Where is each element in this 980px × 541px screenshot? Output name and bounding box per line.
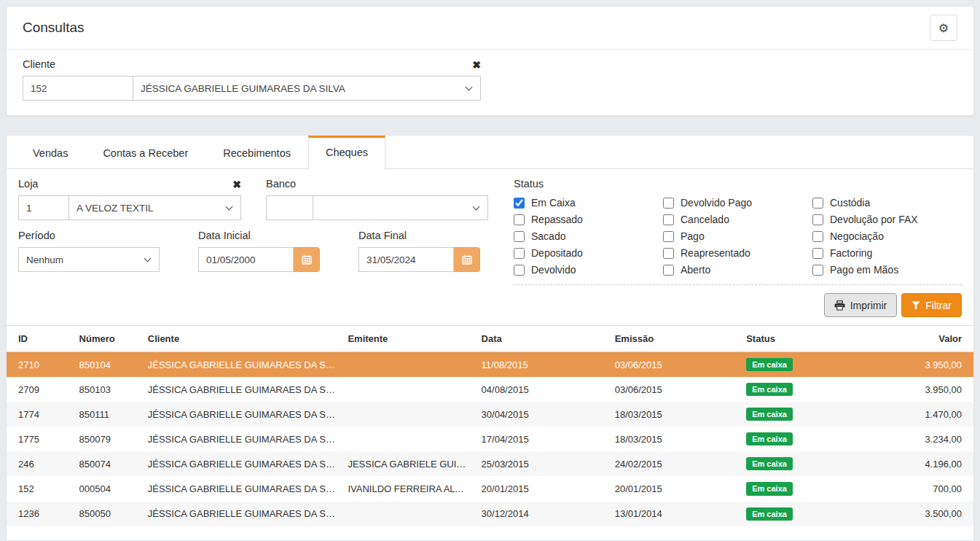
status-option-label: Reapresentado — [681, 247, 750, 259]
cell-numero: 000504 — [74, 476, 142, 501]
checkbox-devolucao-por-fax[interactable] — [812, 214, 823, 225]
status-option-reapresentado[interactable]: Reapresentado — [663, 247, 812, 259]
status-option-label: Repassado — [531, 214, 583, 225]
cliente-clear-icon[interactable]: ✖ — [472, 60, 481, 70]
cliente-label: Cliente — [23, 58, 55, 70]
checkbox-custodia[interactable] — [812, 198, 823, 209]
cell-emissao: 18/03/2015 — [609, 402, 740, 427]
cell-id: 1236 — [7, 502, 74, 526]
loja-label: Loja — [18, 178, 38, 190]
status-option-devolvido-pago[interactable]: Devolvido Pago — [663, 197, 812, 209]
table-row[interactable]: 1775850079JÉSSICA GABRIELLE GUIMARAES DA… — [7, 427, 973, 451]
data-final-calendar-button[interactable] — [454, 247, 480, 272]
table-header-row: IDNúmeroClienteEmitenteDataEmissãoStatus… — [7, 326, 973, 352]
status-badge: Em caixa — [746, 383, 793, 396]
checkbox-repassado[interactable] — [514, 214, 525, 225]
checkbox-cancelado[interactable] — [663, 214, 674, 225]
cell-valor: 1.470,00 — [868, 402, 973, 427]
tab-vendas[interactable]: Vendas — [15, 136, 85, 169]
banco-name-select[interactable] — [313, 195, 488, 220]
tab-cheques[interactable]: Cheques — [308, 136, 385, 169]
cell-status: Em caixa — [740, 402, 868, 427]
cell-valor: 700,00 — [868, 476, 973, 501]
cell-valor: 3.950,00 — [868, 352, 973, 378]
cell-numero: 850079 — [74, 427, 142, 451]
column-header-id: ID — [7, 326, 74, 352]
gear-icon: ⚙ — [938, 21, 949, 35]
checkbox-devolvido-pago[interactable] — [663, 198, 674, 209]
status-option-label: Pago em Mãos — [830, 264, 898, 276]
status-option-em-caixa[interactable]: Em Caixa — [514, 197, 663, 209]
loja-fieldset: Loja ✖ A VELOZ TEXTIL — [18, 178, 241, 220]
cell-numero: 850111 — [74, 402, 142, 427]
checkbox-reapresentado[interactable] — [663, 248, 674, 259]
data-inicial-input[interactable] — [198, 247, 294, 272]
status-option-label: Devolução por FAX — [830, 214, 918, 225]
filtrar-button[interactable]: Filtrar — [901, 293, 962, 317]
cliente-code-input[interactable] — [23, 76, 133, 101]
banco-fieldset: Banco — [266, 178, 488, 220]
checkbox-em-caixa[interactable] — [514, 198, 525, 209]
status-option-label: Devolvido — [531, 264, 576, 276]
checkbox-devolvido[interactable] — [514, 265, 525, 276]
checkbox-negociacao[interactable] — [812, 231, 823, 242]
checkbox-pago-em-maos[interactable] — [812, 265, 823, 276]
consultas-panel: Consultas ⚙ Cliente ✖ JÉSSICA GABRIELLE … — [6, 6, 974, 116]
printer-icon — [834, 300, 845, 311]
data-final-input[interactable] — [358, 247, 454, 272]
status-option-devolucao-por-fax[interactable]: Devolução por FAX — [812, 214, 962, 225]
status-option-devolvido[interactable]: Devolvido — [514, 264, 663, 276]
banco-label: Banco — [266, 178, 296, 190]
status-option-sacado[interactable]: Sacado — [514, 230, 663, 242]
cell-cliente: JÉSSICA GABRIELLE GUIMARAES DA SILVA — [142, 402, 342, 427]
table-row[interactable]: 1236850050JÉSSICA GABRIELLE GUIMARAES DA… — [7, 502, 973, 526]
table-row[interactable]: 1774850111JÉSSICA GABRIELLE GUIMARAES DA… — [7, 402, 973, 427]
data-inicial-calendar-button[interactable] — [294, 247, 320, 272]
calendar-icon — [462, 254, 472, 265]
cell-cliente: JÉSSICA GABRIELLE GUIMARAES DA SILVA — [142, 451, 342, 476]
checkbox-pago[interactable] — [663, 231, 674, 242]
settings-button[interactable]: ⚙ — [930, 15, 957, 41]
data-inicial-fieldset: Data Inicial — [198, 230, 320, 272]
cell-numero: 850104 — [74, 352, 142, 378]
cell-numero: 850103 — [74, 377, 142, 402]
cell-valor: 3.234,00 — [868, 427, 973, 451]
banco-code-input[interactable] — [266, 195, 313, 220]
status-option-negociacao[interactable]: Negociação — [812, 230, 962, 242]
status-option-cancelado[interactable]: Cancelado — [663, 214, 812, 225]
tab-contas-a-receber[interactable]: Contas a Receber — [85, 136, 205, 169]
periodo-select[interactable]: Nenhum — [18, 247, 160, 272]
table-row[interactable]: 152000504JÉSSICA GABRIELLE GUIMARAES DA … — [7, 476, 973, 501]
loja-clear-icon[interactable]: ✖ — [232, 179, 241, 190]
loja-name-select[interactable]: A VELOZ TEXTIL — [68, 195, 241, 220]
cell-id: 246 — [7, 451, 74, 476]
data-final-fieldset: Data Final — [358, 230, 480, 272]
status-option-repassado[interactable]: Repassado — [514, 214, 663, 225]
checkbox-sacado[interactable] — [514, 231, 525, 242]
cell-emissao: 03/06/2015 — [609, 352, 740, 378]
status-option-label: Depositado — [531, 247, 583, 259]
imprimir-button[interactable]: Imprimir — [824, 293, 898, 317]
cliente-name-select[interactable]: JÉSSICA GABRIELLE GUIMARAES DA SILVA — [133, 76, 481, 101]
status-option-label: Factoring — [830, 247, 872, 259]
tab-recebimentos[interactable]: Recebimentos — [205, 136, 308, 169]
checkbox-depositado[interactable] — [514, 248, 525, 259]
cell-data: 30/12/2014 — [476, 502, 609, 526]
status-option-aberto[interactable]: Aberto — [663, 264, 812, 276]
table-row[interactable]: 2709850103JÉSSICA GABRIELLE GUIMARAES DA… — [7, 377, 973, 402]
status-option-factoring[interactable]: Factoring — [812, 247, 962, 259]
checkbox-factoring[interactable] — [812, 248, 823, 259]
tab-bar: VendasContas a ReceberRecebimentosCheque… — [7, 136, 973, 169]
status-option-depositado[interactable]: Depositado — [514, 247, 663, 259]
checkbox-aberto[interactable] — [663, 265, 674, 276]
column-header-valor: Valor — [868, 326, 973, 352]
status-option-custodia[interactable]: Custódia — [812, 197, 962, 209]
page-title: Consultas — [23, 20, 85, 36]
loja-code-input[interactable] — [18, 195, 69, 220]
status-option-pago-em-maos[interactable]: Pago em Mãos — [812, 264, 962, 276]
cheques-table: IDNúmeroClienteEmitenteDataEmissãoStatus… — [7, 325, 973, 526]
table-row[interactable]: 246850074JÉSSICA GABRIELLE GUIMARAES DA … — [7, 451, 973, 476]
status-option-pago[interactable]: Pago — [663, 230, 812, 242]
table-row[interactable]: 2710850104JÉSSICA GABRIELLE GUIMARAES DA… — [7, 352, 973, 378]
status-option-label: Devolvido Pago — [681, 197, 752, 209]
